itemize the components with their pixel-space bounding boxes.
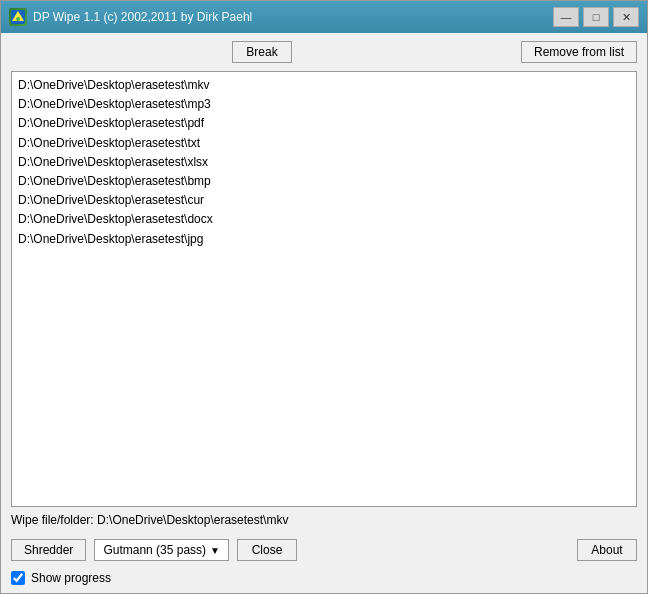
close-button[interactable]: Close <box>237 539 297 561</box>
show-progress-label[interactable]: Show progress <box>31 571 111 585</box>
window-title: DP Wipe 1.1 (c) 2002,2011 by Dirk Paehl <box>33 10 553 24</box>
dropdown-arrow-icon: ▼ <box>210 545 220 556</box>
list-item: D:\OneDrive\Desktop\erasetest\pdf <box>18 114 630 133</box>
break-button[interactable]: Break <box>232 41 292 63</box>
app-icon <box>9 8 27 26</box>
title-controls: — □ ✕ <box>553 7 639 27</box>
list-item: D:\OneDrive\Desktop\erasetest\docx <box>18 210 630 229</box>
title-bar: DP Wipe 1.1 (c) 2002,2011 by Dirk Paehl … <box>1 1 647 33</box>
close-window-button[interactable]: ✕ <box>613 7 639 27</box>
list-item: D:\OneDrive\Desktop\erasetest\mkv <box>18 76 630 95</box>
list-item: D:\OneDrive\Desktop\erasetest\xlsx <box>18 153 630 172</box>
algorithm-selected-label: Gutmann (35 pass) <box>103 543 206 557</box>
list-item: D:\OneDrive\Desktop\erasetest\bmp <box>18 172 630 191</box>
list-item: D:\OneDrive\Desktop\erasetest\txt <box>18 134 630 153</box>
status-bar: Wipe file/folder: D:\OneDrive\Desktop\er… <box>1 507 647 533</box>
algorithm-dropdown[interactable]: Gutmann (35 pass) ▼ <box>94 539 229 561</box>
shredder-button[interactable]: Shredder <box>11 539 86 561</box>
bottom-toolbar: Shredder Gutmann (35 pass) ▼ Close About <box>1 533 647 567</box>
remove-from-list-button[interactable]: Remove from list <box>521 41 637 63</box>
file-list: D:\OneDrive\Desktop\erasetest\mkvD:\OneD… <box>12 72 636 253</box>
file-list-container[interactable]: D:\OneDrive\Desktop\erasetest\mkvD:\OneD… <box>11 71 637 507</box>
show-progress-checkbox[interactable] <box>11 571 25 585</box>
list-item: D:\OneDrive\Desktop\erasetest\jpg <box>18 230 630 249</box>
main-window: DP Wipe 1.1 (c) 2002,2011 by Dirk Paehl … <box>0 0 648 594</box>
svg-point-2 <box>16 17 20 21</box>
status-path: D:\OneDrive\Desktop\erasetest\mkv <box>97 513 288 527</box>
status-label: Wipe file/folder: <box>11 513 94 527</box>
maximize-button[interactable]: □ <box>583 7 609 27</box>
minimize-button[interactable]: — <box>553 7 579 27</box>
top-toolbar: Break Remove from list <box>1 33 647 71</box>
list-item: D:\OneDrive\Desktop\erasetest\mp3 <box>18 95 630 114</box>
list-item: D:\OneDrive\Desktop\erasetest\cur <box>18 191 630 210</box>
about-button[interactable]: About <box>577 539 637 561</box>
checkbox-row: Show progress <box>1 567 647 593</box>
